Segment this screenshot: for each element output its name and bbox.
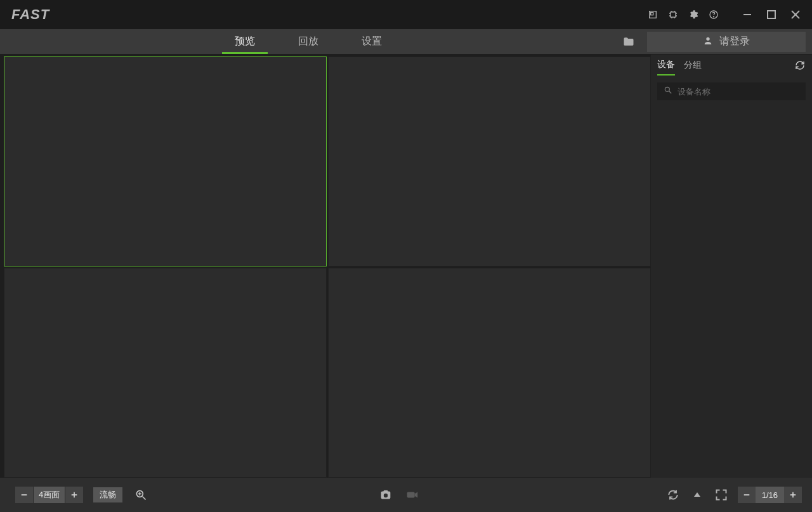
quality-button[interactable]: 流畅 xyxy=(93,487,122,502)
video-cell-2[interactable] xyxy=(328,56,651,266)
tabbar-right: 请登录 xyxy=(618,29,812,54)
tab-settings[interactable]: 设置 xyxy=(344,29,400,54)
page-stepper: 1/16 xyxy=(738,487,802,503)
login-button[interactable]: 请登录 xyxy=(647,32,806,52)
titlebar-tools xyxy=(647,7,803,22)
right-sidebar: 设备 分组 xyxy=(651,55,812,478)
window-controls xyxy=(740,7,803,22)
minimize-button[interactable] xyxy=(740,7,755,22)
layout-value: 4画面 xyxy=(33,487,65,503)
titlebar: FAST xyxy=(0,0,812,29)
main-tabs: 预览 回放 设置 xyxy=(0,29,403,54)
sidebar-tab-device[interactable]: 设备 xyxy=(657,59,675,75)
svg-point-10 xyxy=(665,87,669,91)
maximize-button[interactable] xyxy=(764,7,779,22)
search-icon xyxy=(664,86,672,97)
bottombar-right: 1/16 xyxy=(665,487,802,503)
svg-point-9 xyxy=(706,37,709,40)
bottombar-center xyxy=(378,487,420,502)
svg-rect-6 xyxy=(768,11,775,18)
layout-stepper: 4画面 xyxy=(15,487,83,503)
svg-line-11 xyxy=(669,91,672,94)
gear-icon[interactable] xyxy=(688,9,699,20)
svg-point-4 xyxy=(713,16,714,17)
page-next-button[interactable] xyxy=(784,487,802,503)
sidebar-tabs: 设备 分组 xyxy=(657,58,806,76)
svg-point-19 xyxy=(384,494,388,497)
help-icon[interactable] xyxy=(708,9,719,20)
svg-rect-2 xyxy=(671,12,676,17)
tab-preview[interactable]: 预览 xyxy=(217,29,273,54)
device-search-input[interactable] xyxy=(678,87,799,96)
svg-rect-1 xyxy=(651,13,653,15)
screenshot-icon[interactable] xyxy=(647,9,658,20)
close-button[interactable] xyxy=(788,7,803,22)
video-cell-1[interactable] xyxy=(4,56,327,266)
sidebar-tab-group[interactable]: 分组 xyxy=(684,60,702,75)
camera-icon[interactable] xyxy=(378,487,393,502)
device-search xyxy=(657,82,806,100)
svg-rect-20 xyxy=(407,492,415,497)
login-label: 请登录 xyxy=(719,35,750,48)
content-area: 设备 分组 xyxy=(0,55,812,478)
app-logo: FAST xyxy=(11,6,49,23)
tab-playback[interactable]: 回放 xyxy=(280,29,336,54)
bottombar-left: 4画面 流畅 xyxy=(15,487,149,503)
triangle-up-icon[interactable] xyxy=(690,487,705,502)
folder-icon[interactable] xyxy=(618,31,639,53)
page-value: 1/16 xyxy=(756,487,784,503)
user-icon xyxy=(703,36,713,48)
video-cell-4[interactable] xyxy=(328,268,651,478)
layout-decrease-button[interactable] xyxy=(15,487,33,503)
video-grid xyxy=(4,56,651,478)
fullscreen-icon[interactable] xyxy=(714,487,729,502)
cycle-icon[interactable] xyxy=(665,487,681,502)
main-tabbar: 预览 回放 设置 请登录 xyxy=(0,29,812,55)
page-prev-button[interactable] xyxy=(738,487,756,503)
record-icon[interactable] xyxy=(405,487,420,502)
video-cell-3[interactable] xyxy=(4,268,327,478)
zoom-in-icon[interactable] xyxy=(133,487,149,503)
bottombar: 4画面 流畅 1/16 xyxy=(0,478,812,512)
refresh-icon[interactable] xyxy=(794,60,806,71)
cpu-icon[interactable] xyxy=(667,9,679,20)
svg-line-16 xyxy=(143,497,146,500)
layout-increase-button[interactable] xyxy=(65,487,83,503)
